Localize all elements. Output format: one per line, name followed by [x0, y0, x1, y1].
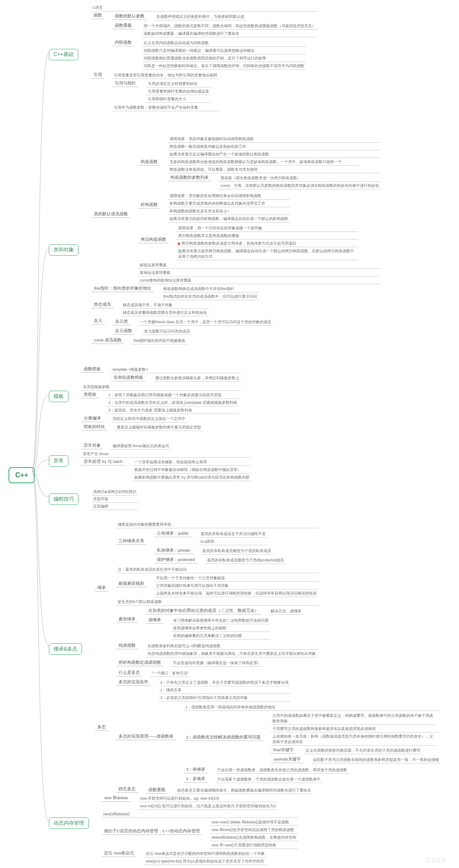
- section-cpp-basic: C++基础 C语言 函数 函数的默认参数 在函数声明或定义的形参列表中，为形参赋…: [49, 4, 317, 17]
- label-func: 函数: [91, 12, 105, 17]
- node-default-param: 函数的默认参数 在函数声明或定义的形参列表中，为形参赋初默认值: [112, 13, 317, 17]
- leaf: C语言: [91, 5, 317, 11]
- label: 函数的默认参数: [112, 13, 147, 17]
- leaf: 在函数声明或定义的形参列表中，为形参赋初默认值: [155, 14, 246, 17]
- node-func: 函数 函数的默认参数 在函数声明或定义的形参列表中，为形参赋初默认值 函数重载 …: [91, 12, 317, 17]
